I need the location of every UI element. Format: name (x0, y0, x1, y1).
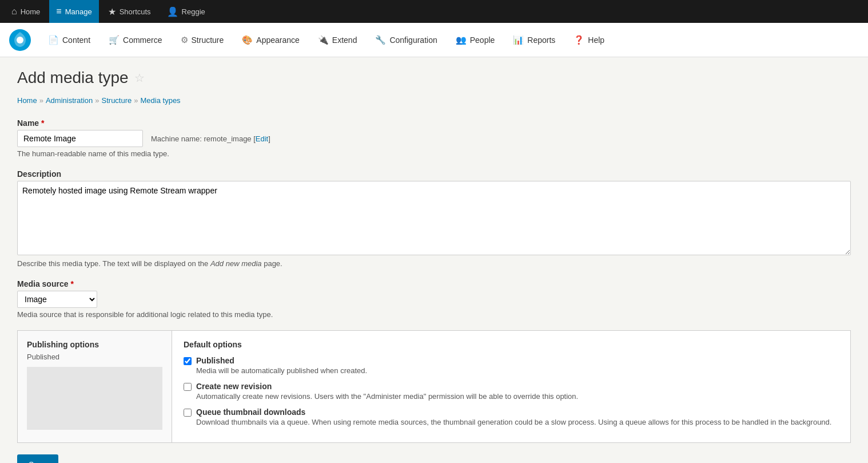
page-title: Add media type ☆ (17, 69, 851, 87)
people-icon: 👥 (456, 35, 467, 45)
publishing-body: Default options Published Media will be … (172, 331, 850, 442)
drupal-logo[interactable] (6, 26, 34, 54)
published-checkbox-item: Published Media will be automatically pu… (184, 356, 839, 375)
admin-bar-shortcuts-label: Shortcuts (120, 7, 151, 16)
user-icon: 👤 (167, 6, 178, 17)
description-label: Description (17, 169, 851, 179)
description-help: Describe this media type. The text will … (17, 259, 851, 268)
main-nav: 📄 Content 🛒 Commerce ⚙ Structure 🎨 Appea… (0, 23, 868, 57)
admin-bar-user[interactable]: 👤 Reggie (160, 0, 212, 23)
breadcrumb-sep-2: » (95, 96, 99, 105)
admin-bar-home-label: Home (21, 7, 41, 16)
help-icon: ❓ (574, 35, 584, 45)
breadcrumb-home[interactable]: Home (17, 96, 37, 105)
page-content: Add media type ☆ Home » Administration »… (0, 57, 868, 463)
breadcrumb-administration[interactable]: Administration (46, 96, 93, 105)
revision-label: Create new revision (196, 382, 578, 391)
name-field-group: Name * Machine name: remote_image [Edit]… (17, 118, 851, 158)
admin-bar-home[interactable]: ⌂ Home (5, 0, 47, 23)
svg-point-1 (17, 37, 23, 43)
nav-people-label: People (470, 35, 495, 45)
nav-content-label: Content (62, 35, 90, 45)
appearance-icon: 🎨 (242, 35, 253, 45)
sidebar-placeholder (27, 367, 162, 430)
breadcrumb: Home » Administration » Structure » Medi… (17, 96, 851, 105)
nav-content[interactable]: 📄 Content (39, 23, 99, 57)
breadcrumb-structure[interactable]: Structure (102, 96, 132, 105)
description-textarea[interactable]: Remotely hosted image using Remote Strea… (17, 181, 851, 255)
admin-bar-user-label: Reggie (182, 7, 205, 16)
nav-help-label: Help (588, 35, 604, 45)
nav-configuration-label: Configuration (389, 35, 437, 45)
machine-name-text: Machine name: remote_image [Edit] (151, 134, 270, 143)
nav-structure-label: Structure (192, 35, 224, 45)
nav-structure[interactable]: ⚙ Structure (172, 23, 233, 57)
queue-desc: Download thumbnails via a queue. When us… (196, 418, 831, 426)
nav-reports-label: Reports (527, 35, 555, 45)
admin-bar: ⌂ Home ≡ Manage ★ Shortcuts 👤 Reggie (0, 0, 868, 23)
name-required: * (41, 118, 44, 128)
published-checkbox[interactable] (184, 357, 192, 365)
media-source-field-group: Media source * Image Audio file File Ins… (17, 279, 851, 319)
queue-label: Queue thumbnail downloads (196, 407, 831, 417)
shortcut-star-icon[interactable]: ☆ (134, 71, 145, 85)
nav-appearance[interactable]: 🎨 Appearance (233, 23, 309, 57)
publishing-panel: Publishing options Published Default opt… (17, 330, 851, 443)
machine-name-edit-link[interactable]: Edit (256, 134, 268, 143)
breadcrumb-media-types[interactable]: Media types (141, 96, 181, 105)
manage-icon: ≡ (56, 6, 61, 17)
save-button[interactable]: Save (17, 454, 58, 463)
extend-icon: 🔌 (318, 35, 329, 45)
media-source-help: Media source that is responsible for add… (17, 310, 851, 319)
revision-checkbox-item: Create new revision Automatically create… (184, 382, 839, 401)
star-icon: ★ (108, 6, 116, 17)
media-source-label: Media source * (17, 279, 851, 288)
structure-icon: ⚙ (181, 35, 188, 45)
name-input[interactable] (17, 130, 143, 147)
home-icon: ⌂ (11, 6, 17, 17)
queue-checkbox[interactable] (184, 409, 192, 417)
reports-icon: 📊 (513, 35, 524, 45)
breadcrumb-sep-1: » (39, 96, 43, 105)
nav-extend-label: Extend (332, 35, 357, 45)
admin-bar-shortcuts[interactable]: ★ Shortcuts (101, 0, 158, 23)
default-options-title: Default options (184, 340, 839, 349)
publishing-subtitle: Published (27, 353, 162, 361)
media-source-select[interactable]: Image Audio file File Instagram oEmbed R… (17, 291, 97, 308)
media-source-required: * (70, 279, 73, 288)
nav-appearance-label: Appearance (256, 35, 300, 45)
published-desc: Media will be automatically published wh… (196, 366, 367, 375)
revision-desc: Automatically create new revisions. User… (196, 392, 578, 401)
name-help: The human-readable name of this media ty… (17, 149, 851, 158)
name-label: Name * (17, 118, 851, 128)
nav-commerce[interactable]: 🛒 Commerce (99, 23, 171, 57)
commerce-icon: 🛒 (109, 35, 120, 45)
revision-checkbox[interactable] (184, 383, 192, 391)
admin-bar-manage-label: Manage (65, 7, 92, 16)
nav-commerce-label: Commerce (123, 35, 162, 45)
admin-bar-manage[interactable]: ≡ Manage (49, 0, 98, 23)
nav-reports[interactable]: 📊 Reports (504, 23, 564, 57)
content-icon: 📄 (48, 35, 59, 45)
nav-people[interactable]: 👥 People (447, 23, 504, 57)
configuration-icon: 🔧 (375, 35, 386, 45)
description-field-group: Description Remotely hosted image using … (17, 169, 851, 268)
nav-help[interactable]: ❓ Help (564, 23, 614, 57)
nav-extend[interactable]: 🔌 Extend (309, 23, 367, 57)
breadcrumb-sep-3: » (134, 96, 138, 105)
published-label: Published (196, 356, 367, 365)
queue-checkbox-item: Queue thumbnail downloads Download thumb… (184, 407, 839, 426)
nav-configuration[interactable]: 🔧 Configuration (366, 23, 446, 57)
publishing-sidebar: Publishing options Published (18, 331, 172, 442)
publishing-title: Publishing options (27, 340, 162, 349)
